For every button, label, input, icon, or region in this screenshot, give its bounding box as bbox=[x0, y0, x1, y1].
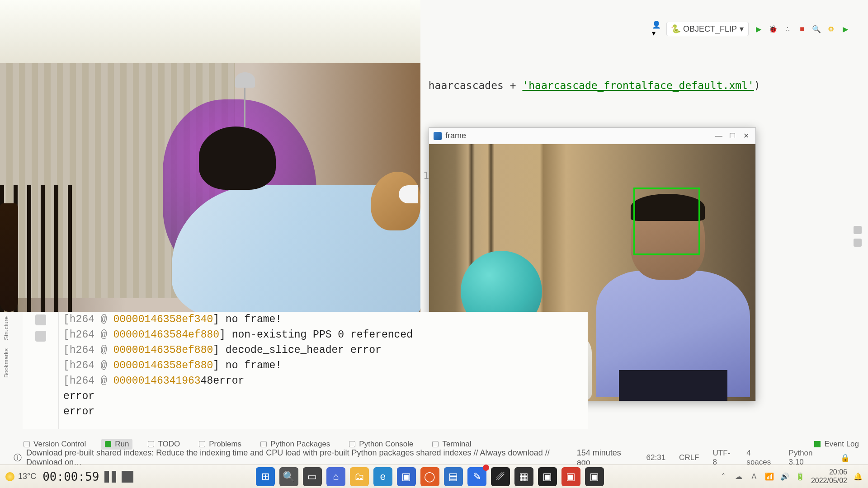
status-line-separator[interactable]: CRLF bbox=[675, 453, 703, 462]
taskbar-app-icon[interactable]: ▣ bbox=[561, 467, 580, 486]
inspection-marker[interactable] bbox=[854, 226, 862, 234]
taskbar-app-icon[interactable]: ✎ bbox=[467, 467, 486, 486]
code-prefix: haarcascades + bbox=[429, 80, 523, 91]
minimize-icon[interactable]: — bbox=[714, 131, 724, 141]
edge-browser-icon[interactable]: e bbox=[373, 467, 392, 486]
lock-icon[interactable]: 🔒 bbox=[836, 453, 854, 463]
problems-icon bbox=[199, 441, 205, 447]
taskbar-app-icon[interactable]: ⌂ bbox=[326, 467, 345, 486]
code-string-literal: 'haarcascade_frontalface_default.xml' bbox=[522, 80, 754, 91]
todo-icon bbox=[148, 441, 154, 447]
console-line: [h264 @ 00000146358ef340] no frame! bbox=[63, 312, 588, 327]
ide-settings-icon[interactable]: ⚙ bbox=[826, 24, 835, 33]
system-clock[interactable]: 20:06 2022/05/02 bbox=[811, 468, 847, 485]
terminal-icon bbox=[432, 441, 439, 447]
maximize-icon[interactable]: ☐ bbox=[727, 131, 737, 141]
bookmarks-toolwindow-button[interactable]: Bookmarks bbox=[3, 348, 16, 378]
console-line: error bbox=[63, 404, 588, 419]
battery-icon[interactable]: 🔋 bbox=[796, 472, 805, 481]
clock-time: 20:06 bbox=[811, 468, 847, 476]
python-icon: 🐍 bbox=[671, 24, 680, 33]
run-config-selector[interactable]: 🐍 OBJECT_FLIP ▾ bbox=[666, 22, 749, 36]
vcs-icon bbox=[24, 441, 30, 447]
event-log-tab[interactable]: Event Log bbox=[814, 440, 859, 449]
status-indent[interactable]: 4 spaces bbox=[742, 449, 779, 467]
debug-icon[interactable]: 🐞 bbox=[769, 24, 778, 33]
search-icon[interactable]: 🔍 bbox=[812, 24, 821, 33]
stop-recording-icon[interactable] bbox=[122, 471, 133, 483]
ime-icon[interactable]: A bbox=[750, 472, 759, 481]
status-encoding[interactable]: UTF-8 bbox=[708, 449, 738, 467]
taskbar-app-icon[interactable]: ▣ bbox=[585, 467, 604, 486]
status-interpreter[interactable]: Python 3.10 bbox=[784, 449, 831, 467]
pyconsole-icon bbox=[349, 441, 355, 447]
console-line: [h264 @ 00000146358ef880] decode_slice_h… bbox=[63, 343, 588, 358]
face-detection-box bbox=[633, 188, 700, 255]
weather-temp: 13°C bbox=[18, 472, 36, 481]
recording-timer: 00:00:59 bbox=[42, 470, 99, 483]
pycharm-app-icon[interactable]: ▣ bbox=[538, 467, 557, 486]
weather-widget[interactable]: 13°C bbox=[5, 472, 36, 481]
sun-icon bbox=[5, 472, 14, 481]
console-line: [h264 @ 000001463584ef880] non-existing … bbox=[63, 327, 588, 343]
search-icon[interactable]: 🔍 bbox=[279, 467, 298, 486]
terminal-app-icon[interactable]: ␥ bbox=[491, 467, 510, 486]
rerun-icon[interactable] bbox=[35, 314, 46, 325]
windows-taskbar[interactable]: 13°C 00:00:59 ⊞ 🔍 ▭ ⌂ 🗂 e ▣ ◯ ▤ ✎ ␥ ▦ ▣ … bbox=[0, 465, 868, 488]
opencv-window-title: frame bbox=[445, 131, 710, 141]
event-log-icon bbox=[814, 441, 821, 447]
run-icon bbox=[105, 441, 111, 447]
task-view-icon[interactable]: ▭ bbox=[303, 467, 322, 486]
packages-icon bbox=[260, 441, 267, 447]
tray-chevron-up-icon[interactable]: ˄ bbox=[719, 472, 728, 481]
opencv-app-icon bbox=[434, 132, 442, 140]
stop-icon[interactable]: ■ bbox=[797, 24, 807, 33]
taskbar-app-icon[interactable]: ▦ bbox=[514, 467, 533, 486]
volume-icon[interactable]: 🔊 bbox=[780, 472, 789, 481]
console-line: [h264 @ 0000014634196348error bbox=[63, 373, 588, 389]
broadcaster-webcam bbox=[0, 0, 420, 312]
code-editor[interactable]: haarcascades + 'haarcascade_frontalface_… bbox=[416, 68, 854, 91]
clock-date: 2022/05/02 bbox=[811, 477, 847, 485]
structure-toolwindow-button[interactable]: Structure bbox=[3, 316, 16, 340]
notifications-icon[interactable]: 🔔 bbox=[854, 472, 863, 481]
run-console[interactable]: [h264 @ 00000146358ef340] no frame! [h26… bbox=[23, 312, 588, 429]
run-config-label: OBJECT_FLIP bbox=[683, 24, 737, 34]
coverage-icon[interactable]: ⛬ bbox=[783, 24, 792, 33]
taskbar-app-icon[interactable]: ▤ bbox=[444, 467, 463, 486]
run-icon[interactable]: ▶ bbox=[754, 24, 763, 33]
info-icon: ⓘ bbox=[14, 452, 22, 463]
wifi-icon[interactable]: 📶 bbox=[765, 472, 774, 481]
pause-recording-icon[interactable] bbox=[104, 471, 116, 483]
console-line: [h264 @ 00000146358ef880] no frame! bbox=[63, 358, 588, 373]
screen-recorder-controls[interactable]: 00:00:59 bbox=[42, 470, 133, 483]
user-icon[interactable]: 👤▾ bbox=[652, 24, 661, 33]
inspection-marker[interactable] bbox=[854, 239, 862, 247]
close-icon[interactable]: ✕ bbox=[741, 131, 751, 141]
status-caret[interactable]: 62:31 bbox=[642, 453, 670, 462]
start-menu-icon[interactable]: ⊞ bbox=[256, 467, 275, 486]
chevron-down-icon: ▾ bbox=[740, 24, 744, 34]
taskbar-app-icon[interactable]: ◯ bbox=[420, 467, 439, 486]
stop-process-icon[interactable] bbox=[35, 331, 46, 342]
file-explorer-icon[interactable]: 🗂 bbox=[350, 467, 369, 486]
cloud-icon[interactable]: ☁ bbox=[734, 472, 743, 481]
console-line: error bbox=[63, 389, 588, 404]
taskbar-app-icon[interactable]: ▣ bbox=[397, 467, 416, 486]
code-suffix: ) bbox=[754, 80, 760, 91]
ide-more-icon[interactable]: ▶ bbox=[841, 24, 850, 33]
opencv-titlebar[interactable]: frame — ☐ ✕ bbox=[429, 128, 755, 144]
